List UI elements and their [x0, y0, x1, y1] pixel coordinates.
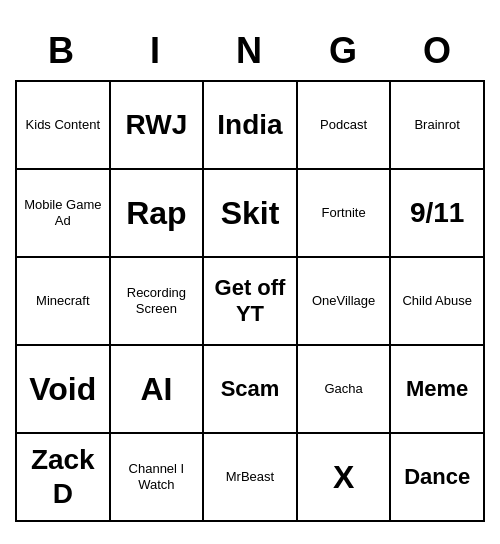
bingo-cell-r2-c2: Get off YT [204, 258, 298, 346]
bingo-cell-r0-c4: Brainrot [391, 82, 485, 170]
header-letter: G [297, 22, 391, 80]
header-letter: B [15, 22, 109, 80]
bingo-cell-r2-c0: Minecraft [17, 258, 111, 346]
bingo-cell-r1-c2: Skit [204, 170, 298, 258]
bingo-cell-r2-c1: Recording Screen [111, 258, 205, 346]
bingo-cell-r4-c1: Channel I Watch [111, 434, 205, 522]
bingo-cell-r2-c4: Child Abuse [391, 258, 485, 346]
header-letter: N [203, 22, 297, 80]
bingo-cell-r3-c0: Void [17, 346, 111, 434]
header-letter: I [109, 22, 203, 80]
bingo-cell-r2-c3: OneVillage [298, 258, 392, 346]
bingo-cell-r0-c0: Kids Content [17, 82, 111, 170]
bingo-cell-r1-c3: Fortnite [298, 170, 392, 258]
bingo-cell-r1-c1: Rap [111, 170, 205, 258]
bingo-cell-r1-c0: Mobile Game Ad [17, 170, 111, 258]
bingo-cell-r0-c3: Podcast [298, 82, 392, 170]
header-letter: O [391, 22, 485, 80]
bingo-header: BINGO [15, 22, 485, 80]
bingo-grid: Kids ContentRWJIndiaPodcastBrainrotMobil… [15, 80, 485, 522]
bingo-cell-r4-c4: Dance [391, 434, 485, 522]
bingo-cell-r1-c4: 9/11 [391, 170, 485, 258]
bingo-cell-r4-c3: X [298, 434, 392, 522]
bingo-cell-r0-c2: India [204, 82, 298, 170]
bingo-card: BINGO Kids ContentRWJIndiaPodcastBrainro… [15, 22, 485, 522]
bingo-cell-r3-c4: Meme [391, 346, 485, 434]
bingo-cell-r4-c2: MrBeast [204, 434, 298, 522]
bingo-cell-r3-c3: Gacha [298, 346, 392, 434]
bingo-cell-r4-c0: Zack D [17, 434, 111, 522]
bingo-cell-r3-c1: AI [111, 346, 205, 434]
bingo-cell-r3-c2: Scam [204, 346, 298, 434]
bingo-cell-r0-c1: RWJ [111, 82, 205, 170]
